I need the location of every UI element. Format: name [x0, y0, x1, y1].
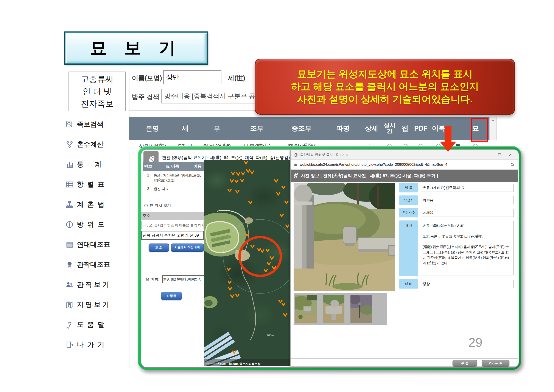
address-input[interactable]: 전북 남원시 수지면 고평리 산 89: [141, 231, 204, 240]
map-select-label: 지도에서 직접 선택: [174, 246, 200, 250]
chrome-titlebar[interactable]: 죽산박씨 인터넷 족보 - Chrome — ☐ ✕: [291, 150, 518, 160]
sidebar-item-chonsu-calc[interactable]: 촌수계산: [66, 138, 126, 151]
author-field-label: 작성자: [399, 196, 418, 205]
callout-line: 묘보기는 위성지도상에 묘소 위치를 표시: [297, 68, 473, 80]
chrome-urlbar[interactable]: webjokbo.cafe24.com/jsPark/photo/photo_v…: [291, 160, 518, 170]
title-field-label: 제 목: [399, 183, 418, 192]
generation-label: 세(世): [228, 74, 245, 83]
col-header: 웹: [398, 125, 412, 132]
url-text: webjokbo.cafe24.com/jsPark/photo/photo_v…: [300, 162, 508, 167]
sidebar-item-gwanjik[interactable]: 관 직 보 기: [66, 278, 126, 292]
satellite-map[interactable]: 200m 50m kakao, 국토지리정보원: [204, 160, 290, 366]
title-field-value: 天유. (계배묘)진주하씨 묘: [422, 185, 465, 190]
grave-thumbnail[interactable]: [323, 295, 344, 323]
sidebar-item-exit[interactable]: 나 가 기: [66, 338, 126, 352]
clan-line: 고흥류씨: [81, 74, 113, 85]
radius-label: 200m: [267, 334, 274, 337]
col-header: 부: [199, 125, 235, 132]
name-input[interactable]: 상만: [163, 70, 222, 84]
footer-divider: [291, 358, 518, 359]
grave-register-button[interactable]: 묘등록: [161, 292, 182, 300]
chrome-window-title: 죽산박씨 인터넷 족보 - Chrome: [300, 153, 482, 157]
calendar-icon: [66, 241, 73, 248]
sidebar-item-jimyeong[interactable]: 지 명 보 기: [66, 298, 126, 312]
sidebar-item-label: 족보검색: [77, 120, 104, 129]
grave-thumbnail[interactable]: [350, 295, 372, 323]
sidebar-item-label: 방 위 도: [77, 220, 104, 229]
feature-callout: 묘보기는 위성지도상에 묘소 위치를 표시 하고 해당 묘소를 클릭시 어느분의…: [255, 59, 515, 115]
close-button[interactable]: Close ⊗: [482, 360, 509, 367]
table-scrollbar[interactable]: ▲: [489, 117, 497, 140]
sidebar-item-label: 항 렬 표: [77, 180, 104, 189]
radio-icon[interactable]: [144, 204, 148, 207]
clan-line: 인 터 넷: [83, 86, 111, 97]
grave-register-label: 묘등록: [167, 294, 176, 298]
map-select-button[interactable]: 지도에서 직접 선택: [171, 244, 204, 252]
clan-name-box: 고흥류씨 인 터 넷 전자족보: [69, 71, 126, 111]
sidebar-item-help[interactable]: 도 움 말: [66, 318, 126, 332]
grave-list-item[interactable]: 2 환진 지묘: [143, 187, 204, 191]
sidebar-item-stats[interactable]: 통 계: [66, 158, 126, 171]
grave-thumbnail[interactable]: [295, 295, 317, 323]
author-id-field-value: pic599: [422, 210, 433, 215]
col-header: 조부: [235, 125, 279, 132]
sidebar-item-label: 관 직 보 기: [77, 280, 109, 289]
sidebar-item-label: 촌수계산: [77, 140, 104, 149]
sidebar-item-label: 나 가 기: [77, 340, 104, 349]
gyechon-org-icon: [66, 201, 73, 208]
close-window-button[interactable]: ✕: [506, 153, 515, 157]
name-field-label: 이름(보명): [132, 74, 162, 83]
grave-name-input[interactable]: 煥珍, (配) 柳順烈 (圓佛敎.法: [162, 275, 206, 283]
grave-list-col-name: 묘 이름: [154, 164, 191, 169]
sidebar-item-yeondae[interactable]: 연대대조표: [66, 238, 126, 252]
address-hint-box: (구, 군, 동) 입력후 조회 버튼을 클릭 하시: [141, 221, 204, 229]
site-favicon: [294, 153, 298, 157]
grave-list-item[interactable]: 1 煥珍, (配) 柳順烈 (圓佛敎.法號.順陀圓) (之墓): [143, 173, 204, 182]
lock-icon: [294, 163, 298, 167]
people-icon: [66, 281, 73, 288]
sidebar-item-hangnyeol[interactable]: 항 렬 표: [66, 178, 126, 191]
address-search-button[interactable]: 조 회: [149, 244, 169, 252]
maximize-button[interactable]: ☐: [495, 153, 504, 157]
minimize-button[interactable]: —: [485, 153, 493, 157]
sidebar-item-bangwido[interactable]: 방 위 도: [66, 218, 126, 231]
hangnyeol-table-icon: [66, 181, 73, 188]
close-button-label: Close: [489, 361, 498, 365]
zoom-icon[interactable]: [510, 162, 515, 167]
content-field-label: 내 용: [399, 220, 418, 276]
scroll-up-icon[interactable]: ▲: [491, 118, 495, 140]
status-field-input[interactable]: 정상: [421, 280, 514, 288]
author-id-field-input[interactable]: pic599: [421, 209, 514, 217]
sidebar-item-label: 통 계: [77, 160, 101, 169]
photo-page-content: 제 목 天유. (계배묘)진주하씨 묘 작성자 박환용 작성자ID pic599…: [291, 182, 518, 366]
sidebar-item-gwanjak[interactable]: 관작대조표: [66, 258, 126, 272]
jokbo-search-icon: [66, 120, 73, 128]
sidebar-item-label: 지 명 보 기: [77, 300, 109, 309]
author-field-value: 박환용: [422, 198, 434, 203]
col-header: 파명: [324, 125, 362, 132]
sidebar-item-gyechon[interactable]: 계 촌 법: [66, 198, 126, 211]
find-grave-option[interactable]: 묘 위치 찾기: [144, 203, 171, 208]
grave-list-col-no: 번호: [143, 164, 154, 169]
status-field-label: 상 태: [399, 279, 418, 288]
grave-photo[interactable]: [294, 183, 395, 291]
sidebar-item-label: 도 움 말: [77, 320, 104, 329]
grave-list-header: 번호 묘 이름 이동: [143, 162, 204, 171]
pointer-arrow: [440, 126, 456, 152]
paperclip-icon: [293, 172, 298, 179]
slide-title: 묘 보 기: [90, 37, 182, 59]
edit-button[interactable]: 수 정: [453, 360, 477, 367]
title-field-input[interactable]: 天유. (계배묘)진주하씨 묘: [421, 184, 514, 192]
grave-location-popup: 환진 (煥珍)님의 묘위치 - 세(世): 64, 부(父): 대식, 파(派)…: [138, 146, 521, 370]
content-field-textarea[interactable]: 天유. (繼配)晉州河氏 (之墓) 全北 南原市 水旨面 考坪里 山 79-0番…: [421, 221, 514, 275]
callout-line: 사진과 설명이 상세히 기술되어있습니다.: [297, 93, 473, 105]
compass-icon: [66, 221, 73, 228]
author-field-input[interactable]: 박환용: [421, 196, 514, 204]
grave-name: 煥珍, (配) 柳順烈 (圓佛敎.法號.順陀圓) (之墓): [154, 173, 204, 182]
slide-title-box: 묘 보 기: [65, 32, 208, 64]
address-section-label: 주소: [143, 213, 150, 218]
status-field-value: 정상: [422, 281, 430, 287]
sidebar-item-jokbo-search[interactable]: 족보검색: [66, 118, 126, 131]
name-input-value: 상만: [166, 73, 179, 82]
col-header: 상세: [362, 125, 381, 132]
